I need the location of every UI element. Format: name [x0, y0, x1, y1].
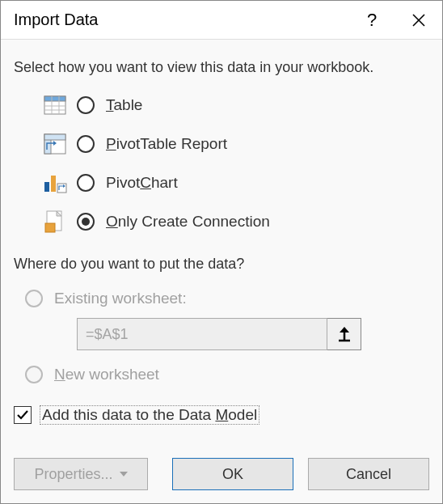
- svg-rect-13: [51, 176, 56, 192]
- dialog-footer: Properties... OK Cancel: [1, 447, 442, 503]
- option-new-row: New worksheet: [25, 358, 429, 391]
- option-existing-row: Existing worksheet:: [25, 282, 429, 315]
- option-new-label: New worksheet: [54, 366, 159, 383]
- location-section-label: Where do you want to put the data?: [14, 256, 429, 273]
- cell-ref-row: [77, 318, 429, 350]
- radio-pivotchart[interactable]: [77, 174, 95, 192]
- checkmark-icon: [16, 409, 29, 421]
- location-options-group: Existing worksheet: New worksheet: [20, 282, 429, 391]
- svg-rect-12: [44, 182, 49, 192]
- option-pivotchart-label: PivotChart: [106, 174, 178, 192]
- properties-button: Properties...: [14, 458, 148, 490]
- data-model-row[interactable]: Add this data to the Data Model: [14, 405, 429, 425]
- svg-rect-10: [44, 134, 65, 140]
- option-table-label: Table: [106, 96, 142, 114]
- ok-button[interactable]: OK: [172, 458, 293, 490]
- view-options-group: Table PivotTable Report: [41, 86, 429, 241]
- dialog-title: Import Data: [14, 11, 348, 29]
- radio-table[interactable]: [77, 96, 95, 114]
- cell-ref-input: [77, 318, 327, 350]
- view-section-label: Select how you want to view this data in…: [14, 59, 429, 76]
- radio-connection[interactable]: [77, 213, 95, 231]
- radio-existing-worksheet: [25, 290, 43, 307]
- svg-rect-18: [45, 223, 55, 232]
- import-data-dialog: Import Data ? Select how you want to vie…: [0, 0, 443, 504]
- help-icon: ?: [367, 10, 377, 31]
- collapse-dialog-button[interactable]: [327, 318, 361, 350]
- close-icon: [411, 13, 426, 28]
- collapse-arrow-icon: [336, 326, 352, 342]
- help-button[interactable]: ?: [348, 1, 395, 40]
- pivottable-icon: [41, 130, 69, 158]
- radio-new-worksheet: [25, 366, 43, 383]
- option-connection-row[interactable]: Only Create Connection: [41, 202, 429, 241]
- svg-rect-3: [44, 96, 65, 101]
- option-pivotchart-row[interactable]: PivotChart: [41, 163, 429, 202]
- radio-pivottable[interactable]: [77, 135, 95, 153]
- option-pivottable-label: PivotTable Report: [106, 135, 227, 153]
- option-connection-label: Only Create Connection: [106, 213, 270, 231]
- table-icon: [41, 91, 69, 119]
- option-pivottable-row[interactable]: PivotTable Report: [41, 125, 429, 163]
- titlebar: Import Data ?: [1, 1, 442, 40]
- dialog-body: Select how you want to view this data in…: [1, 40, 442, 447]
- connection-icon: [41, 208, 69, 235]
- option-existing-label: Existing worksheet:: [54, 290, 187, 307]
- option-table-row[interactable]: Table: [41, 86, 429, 125]
- checkbox-data-model-label: Add this data to the Data Model: [40, 405, 259, 425]
- cancel-button[interactable]: Cancel: [308, 458, 429, 490]
- close-button[interactable]: [395, 1, 442, 40]
- chevron-down-icon: [120, 472, 128, 476]
- checkbox-data-model[interactable]: [14, 406, 32, 424]
- svg-marker-20: [340, 327, 349, 332]
- pivotchart-icon: [41, 169, 69, 197]
